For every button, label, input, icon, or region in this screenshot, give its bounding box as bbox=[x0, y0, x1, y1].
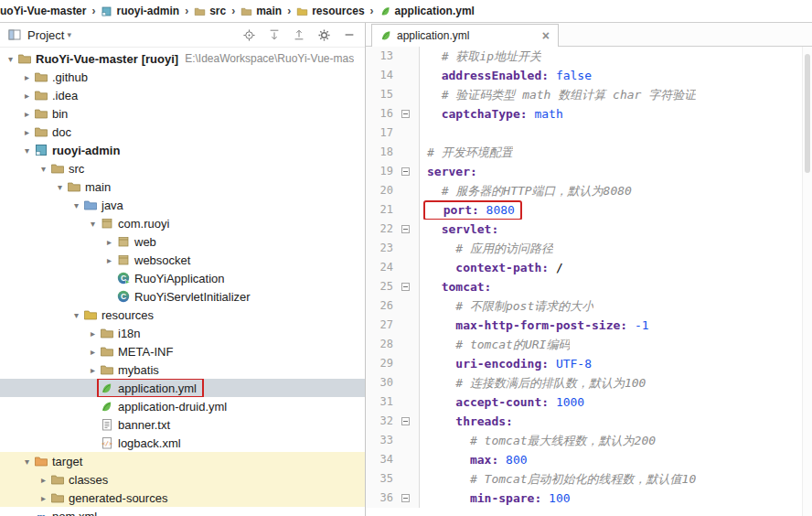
tree-item-ruoyiservletinitializer[interactable]: CRuoYiServletInitializer bbox=[0, 287, 365, 306]
code-line-26[interactable]: 26 # 不限制post请求的大小 bbox=[366, 296, 812, 316]
tree-item-bin[interactable]: ▸bin bbox=[0, 104, 365, 123]
breadcrumb-separator: › bbox=[231, 5, 235, 17]
code-line-34[interactable]: 34 max: 800 bbox=[366, 450, 812, 469]
chevron-right-icon[interactable]: ▸ bbox=[20, 72, 34, 82]
code-line-36[interactable]: 36 min-spare: 100 bbox=[366, 489, 812, 508]
breadcrumb-item-src[interactable]: src bbox=[194, 5, 226, 17]
code-line-35[interactable]: 35 # Tomcat启动初始化的线程数，默认值10 bbox=[366, 469, 812, 489]
tree-item-doc[interactable]: ▸doc bbox=[0, 123, 365, 141]
comment-token: # tomcat最大线程数，默认为200 bbox=[470, 434, 656, 447]
chevron-down-icon[interactable]: ▾ bbox=[69, 310, 83, 320]
chevron-down-icon[interactable]: ▾ bbox=[86, 219, 100, 229]
tree-item-github[interactable]: ▸.github bbox=[0, 68, 365, 86]
tree-item-application-yml[interactable]: application.yml bbox=[0, 379, 365, 397]
tree-item-logback-xml[interactable]: </>logback.xml bbox=[0, 434, 365, 452]
chevron-down-icon[interactable]: ▾ bbox=[69, 200, 83, 210]
yaml-value: 800 bbox=[498, 453, 527, 467]
tree-item-src[interactable]: ▾src bbox=[0, 159, 365, 177]
fold-marker-icon[interactable] bbox=[401, 494, 410, 502]
chevron-down-icon[interactable]: ▾ bbox=[20, 457, 34, 467]
code-line-19[interactable]: 19server: bbox=[366, 162, 812, 181]
chevron-right-icon[interactable]: ▸ bbox=[20, 91, 34, 101]
tree-item-generated-sources[interactable]: ▸generated-sources bbox=[0, 489, 365, 507]
fold-marker-icon[interactable] bbox=[401, 225, 410, 233]
editor-tab-application-yml[interactable]: application.yml × bbox=[371, 24, 559, 47]
tree-item-application-druid-yml[interactable]: application-druid.yml bbox=[0, 397, 365, 415]
code-line-18[interactable]: 18# 开发环境配置 bbox=[366, 143, 812, 162]
breadcrumb-item-main[interactable]: main bbox=[240, 5, 282, 17]
tree-item-ruoyi-vue-master[interactable]: ▾RuoYi-Vue-master[ruoyi]E:\IdeaWorkspace… bbox=[0, 49, 365, 68]
code-line-32[interactable]: 32 threads: bbox=[366, 412, 812, 431]
breadcrumb-item-application-yml[interactable]: application.yml bbox=[379, 5, 475, 17]
tree-item-classes[interactable]: ▸classes bbox=[0, 470, 365, 489]
code-line-20[interactable]: 20 # 服务器的HTTP端口，默认为8080 bbox=[366, 181, 812, 200]
chevron-down-icon[interactable]: ▾ bbox=[37, 164, 50, 174]
chevron-down-icon[interactable]: ▾ bbox=[67, 30, 71, 39]
chevron-right-icon[interactable]: ▸ bbox=[37, 475, 50, 485]
code-line-30[interactable]: 30 # 连接数满后的排队数，默认为100 bbox=[366, 373, 812, 392]
code-text: captchaType: math bbox=[420, 104, 563, 124]
code-line-22[interactable]: 22 servlet: bbox=[366, 220, 812, 239]
hide-panel-icon[interactable] bbox=[343, 28, 356, 41]
chevron-right-icon[interactable]: ▸ bbox=[20, 127, 34, 137]
tree-item-meta-inf[interactable]: ▸META-INF bbox=[0, 342, 365, 360]
code-line-16[interactable]: 16 captchaType: math bbox=[366, 104, 812, 124]
tree-item-label: RuoYiApplication bbox=[134, 272, 225, 285]
chevron-down-icon[interactable]: ▾ bbox=[4, 54, 17, 64]
tree-item-websocket[interactable]: ▸websocket bbox=[0, 251, 365, 269]
chevron-right-icon[interactable]: ▸ bbox=[102, 237, 116, 247]
select-opened-file-icon[interactable] bbox=[242, 28, 256, 42]
tree-item-target[interactable]: ▾target bbox=[0, 452, 365, 470]
tree-item-resources[interactable]: ▾resources bbox=[0, 306, 365, 324]
code-line-14[interactable]: 14 addressEnabled: false bbox=[366, 66, 812, 85]
chevron-right-icon[interactable]: ▸ bbox=[86, 347, 100, 357]
tree-item-pom-xml[interactable]: mpom.xml bbox=[0, 507, 365, 516]
code-line-29[interactable]: 29 uri-encoding: UTF-8 bbox=[366, 354, 812, 373]
breadcrumb-item-uoyi-vue-master[interactable]: uoYi-Vue-master bbox=[0, 5, 86, 17]
code-line-27[interactable]: 27 max-http-form-post-size: -1 bbox=[366, 316, 812, 335]
code-line-24[interactable]: 24 context-path: / bbox=[366, 258, 812, 277]
chevron-down-icon[interactable]: ▾ bbox=[20, 145, 34, 156]
tree-item-java[interactable]: ▾java bbox=[0, 196, 365, 214]
breadcrumb-item-ruoyi-admin[interactable]: ruoyi-admin bbox=[101, 5, 179, 17]
editor-scrollbar[interactable] bbox=[802, 47, 812, 516]
code-line-31[interactable]: 31 accept-count: 1000 bbox=[366, 392, 812, 412]
tree-item-banner-txt[interactable]: banner.txt bbox=[0, 415, 365, 434]
chevron-right-icon[interactable]: ▸ bbox=[86, 328, 100, 339]
code-line-28[interactable]: 28 # tomcat的URI编码 bbox=[366, 335, 812, 354]
settings-gear-icon[interactable] bbox=[317, 28, 331, 42]
tree-item-com-ruoyi[interactable]: ▾com.ruoyi bbox=[0, 214, 365, 232]
fold-marker-icon[interactable] bbox=[401, 417, 410, 425]
tree-item-web[interactable]: ▸web bbox=[0, 232, 365, 251]
chevron-down-icon[interactable]: ▾ bbox=[53, 182, 67, 192]
fold-column bbox=[393, 392, 418, 412]
breadcrumb-item-resources[interactable]: resources bbox=[296, 5, 364, 17]
expand-all-icon[interactable] bbox=[268, 28, 281, 41]
code-line-13[interactable]: 13 # 获取ip地址开关 bbox=[366, 47, 812, 66]
code-line-21[interactable]: 21 port: 8080 bbox=[366, 200, 812, 220]
close-icon[interactable]: × bbox=[540, 29, 552, 42]
chevron-right-icon[interactable]: ▸ bbox=[37, 493, 50, 503]
code-line-17[interactable]: 17 bbox=[366, 124, 812, 143]
code-line-33[interactable]: 33 # tomcat最大线程数，默认为200 bbox=[366, 431, 812, 450]
tree-item-mybatis[interactable]: ▸mybatis bbox=[0, 360, 365, 379]
fold-marker-icon[interactable] bbox=[401, 283, 410, 291]
tree-item-ruoyiapplication[interactable]: CRuoYiApplication bbox=[0, 269, 365, 287]
yaml-key: accept-count: bbox=[455, 395, 549, 409]
code-line-25[interactable]: 25 tomcat: bbox=[366, 277, 812, 296]
tree-item-idea[interactable]: ▸.idea bbox=[0, 86, 365, 104]
code-editor: 13 # 获取ip地址开关14 addressEnabled: false15 … bbox=[366, 47, 812, 516]
chevron-right-icon[interactable]: ▸ bbox=[20, 109, 34, 119]
chevron-right-icon[interactable]: ▸ bbox=[102, 255, 116, 265]
project-panel-title[interactable]: Project bbox=[27, 28, 64, 42]
tree-item-main[interactable]: ▾main bbox=[0, 177, 365, 196]
fold-marker-icon[interactable] bbox=[401, 110, 410, 118]
tree-item-ruoyi-admin[interactable]: ▾ruoyi-admin bbox=[0, 141, 365, 159]
code-line-15[interactable]: 15 # 验证码类型 math 数组计算 char 字符验证 bbox=[366, 85, 812, 104]
tree-item-i18n[interactable]: ▸i18n bbox=[0, 324, 365, 342]
collapse-all-icon[interactable] bbox=[293, 28, 305, 41]
chevron-right-icon[interactable]: ▸ bbox=[86, 365, 100, 375]
fold-marker-icon[interactable] bbox=[401, 167, 410, 176]
code-line-23[interactable]: 23 # 应用的访问路径 bbox=[366, 239, 812, 258]
scrollbar-thumb[interactable] bbox=[805, 54, 810, 173]
